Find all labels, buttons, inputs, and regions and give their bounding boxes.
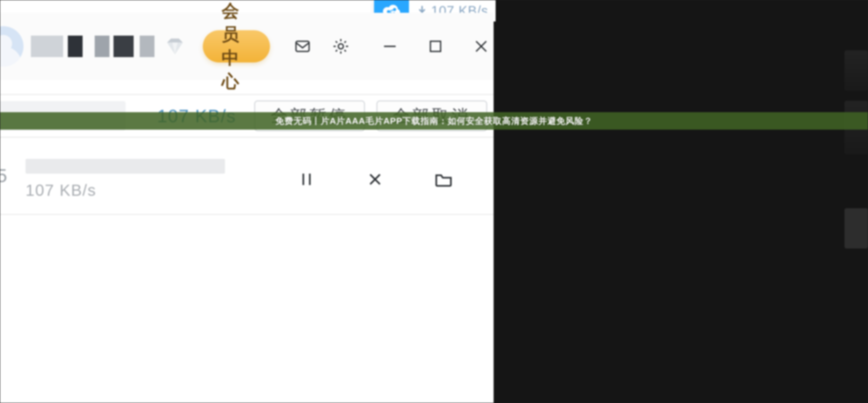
svg-point-4 [338, 44, 343, 49]
desktop-dark-area [494, 0, 868, 403]
titlebar: 会员中心 [0, 13, 494, 80]
member-center-label: 会员中心 [222, 0, 251, 93]
close-icon[interactable] [469, 34, 494, 59]
envelope-icon[interactable] [290, 34, 315, 59]
maximize-icon[interactable] [423, 34, 448, 59]
folder-icon[interactable] [431, 167, 456, 192]
app-window: 107 KB/s 会员中心 [0, 0, 494, 403]
minimize-icon[interactable] [377, 34, 402, 59]
artifact [844, 208, 868, 249]
pause-icon[interactable] [294, 167, 319, 192]
cancel-all-label: 全部取消 [393, 105, 471, 127]
artifact [844, 101, 868, 154]
progress-bar[interactable] [26, 159, 225, 174]
pause-all-button[interactable]: 全部暂停 [254, 100, 365, 131]
toolbar-speed-text: 107 KB/s [157, 105, 236, 126]
row-index: 5 [0, 164, 6, 186]
avatar[interactable] [0, 26, 24, 66]
gear-icon[interactable] [329, 34, 353, 59]
username-obscured [31, 34, 154, 58]
cancel-all-button[interactable]: 全部取消 [376, 100, 487, 131]
svg-rect-3 [296, 41, 309, 51]
download-row: 5 107 KB/s [0, 145, 494, 215]
filter-field[interactable] [0, 101, 126, 131]
row-speed-text: 107 KB/s [26, 181, 234, 199]
artifact [844, 51, 868, 91]
diamond-icon[interactable] [164, 35, 185, 58]
toolbar: 107 KB/s 全部暂停 全部取消 [0, 94, 494, 138]
svg-rect-5 [431, 41, 440, 51]
pause-all-label: 全部暂停 [271, 105, 348, 127]
progress-wrap: 107 KB/s [26, 159, 234, 199]
close-icon[interactable] [363, 167, 388, 192]
member-center-button[interactable]: 会员中心 [203, 30, 270, 62]
